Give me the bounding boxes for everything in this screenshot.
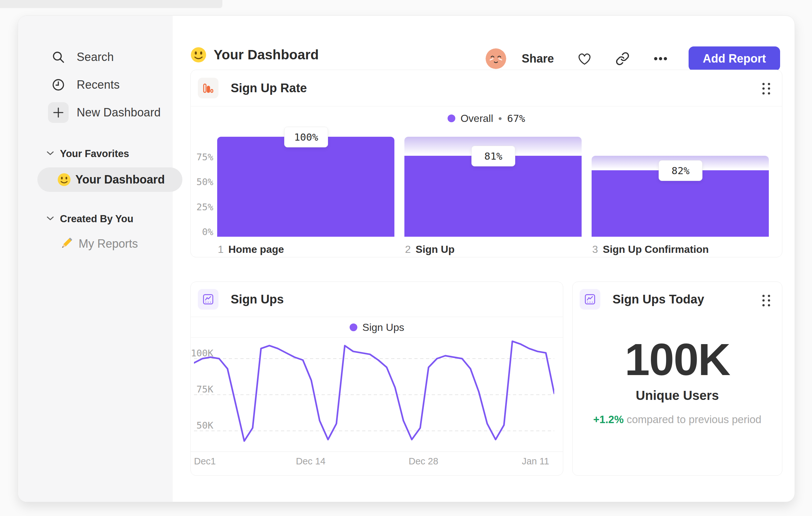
sidebar-item-recents[interactable]: Recents [18,71,173,99]
sidebar: Search Recents New Dashboard [18,16,173,502]
card-title: Sign Ups Today [613,293,704,306]
sidebar-item-label: Search [77,50,114,64]
card-title: Sign Up Rate [231,81,307,95]
page-title: Your Dashboard [191,47,319,63]
sidebar-item-label: My Reports [79,237,138,251]
card-title: Sign Ups [231,293,284,306]
line-chart-plot [194,338,554,451]
card-header: Sign Ups Today [573,282,782,317]
funnel-step-label: 2Sign Up [405,243,455,255]
funnel-step-label: 3Sign Up Confirmation [592,243,709,255]
sign-ups-card: Sign Ups Sign Ups 100K75K50K Dec1Dec 14D… [191,281,563,476]
funnel-y-tick: 75% [191,152,213,163]
x-axis-divider [191,452,563,452]
legend-label: Overall [460,113,493,125]
user-avatar[interactable] [486,48,506,69]
more-options-icon[interactable] [653,51,668,66]
smiley-emoji-icon [57,173,71,186]
copy-link-icon[interactable] [615,51,630,66]
sidebar-item-label: Recents [77,78,120,91]
sign-up-rate-card: Sign Up Rate Overall • 67% 75%50%25%0% 1… [191,70,782,257]
section-title: Your Favorites [60,148,129,160]
metric-delta: +1.2% compared to previous period [573,413,782,426]
sign-ups-today-card: Sign Ups Today 100K Unique Users +1.2% c… [572,281,782,476]
sidebar-section-your-favorites[interactable]: Your Favorites [47,148,129,160]
chevron-down-icon [47,216,54,222]
line-x-tick: Jan 11 [522,456,549,467]
search-icon [48,47,69,67]
card-header: Sign Ups [191,282,563,317]
chevron-down-icon [47,151,54,157]
plus-icon [48,102,69,123]
clock-icon [48,75,69,95]
delta-value: +1.2% [593,413,624,425]
legend-dot [350,323,357,331]
bar-chart-icon [198,78,219,98]
add-report-button[interactable]: Add Report [689,47,780,71]
drag-handle-icon[interactable] [761,82,772,96]
header-actions: Share Add Report [486,47,780,71]
legend-separator: • [498,113,502,125]
line-x-tick: Dec 28 [409,456,438,467]
legend-label: Sign Ups [362,322,404,333]
pencil-emoji-icon [59,236,74,252]
background-window-strip [0,0,222,8]
line-x-tick: Dec 14 [296,456,325,467]
funnel-bar [217,137,395,237]
page-title-text: Your Dashboard [214,47,319,62]
line-x-tick: Dec1 [194,456,216,467]
funnel-step-label: 1Home page [218,243,284,255]
conversion-tooltip: 81% [471,146,515,166]
funnel-y-tick: 0% [191,226,213,237]
metric-label: Unique Users [573,388,782,403]
line-chart-icon [198,289,219,309]
sidebar-item-my-reports[interactable]: My Reports [59,236,138,252]
funnel-y-tick: 50% [191,176,213,187]
app-window: Search Recents New Dashboard [18,16,795,502]
line-chart-icon [580,289,600,309]
metric-value: 100K [573,333,782,386]
conversion-tooltip: 82% [659,160,702,181]
section-title: Created By You [60,213,134,225]
dashboard-page: Search Recents New Dashboard [0,0,812,516]
funnel-legend[interactable]: Overall • 67% [191,111,782,126]
line-legend[interactable]: Sign Ups [191,317,563,338]
sidebar-section-created-by-you[interactable]: Created By You [47,213,134,225]
sidebar-item-new-dashboard[interactable]: New Dashboard [18,99,173,127]
conversion-tooltip: 100% [284,127,328,147]
delta-label: compared to previous period [627,413,761,425]
sidebar-item-your-dashboard[interactable]: Your Dashboard [37,167,182,192]
favorite-heart-icon[interactable] [577,51,592,66]
drag-handle-icon[interactable] [761,294,772,308]
sidebar-item-label: New Dashboard [77,106,161,119]
sidebar-item-label: Your Dashboard [76,173,165,186]
card-header: Sign Up Rate [191,70,782,106]
funnel-y-tick: 25% [191,201,213,213]
sidebar-item-search[interactable]: Search [18,43,173,71]
legend-value: 67% [507,113,525,124]
smiley-emoji-icon [191,47,207,63]
legend-dot [447,114,455,122]
share-button[interactable]: Share [522,52,554,65]
